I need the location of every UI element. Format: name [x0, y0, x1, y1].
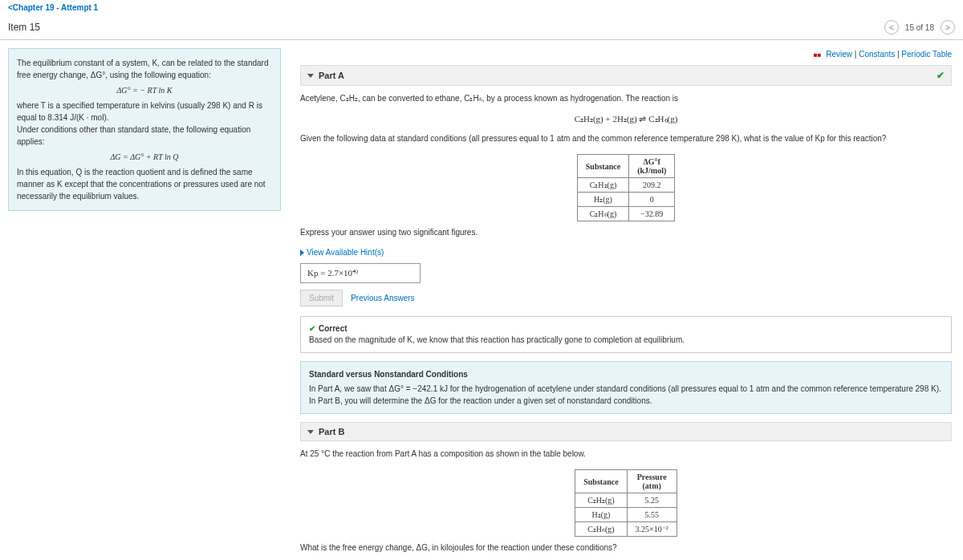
review-icon: ■■ — [814, 51, 822, 59]
fb-a-body: Based on the magnitude of K, we know tha… — [309, 335, 943, 346]
part-a-hint-link[interactable]: View Available Hint(s) — [300, 245, 384, 260]
item-header: Item 15 < 15 of 18 > — [0, 15, 963, 40]
side-p4: In this equation, Q is the reaction quot… — [17, 166, 272, 202]
part-a-reaction: C₂H₂(g) + 2H₂(g) ⇌ C₂H₆(g) — [300, 111, 952, 131]
pa-r1b: 209.2 — [629, 178, 675, 193]
pa-r3b: −32.89 — [629, 207, 675, 221]
pager-text: 15 of 18 — [905, 23, 934, 32]
resource-links: ■■ Review | Constants | Periodic Table — [300, 48, 952, 65]
constants-link[interactable]: Constants — [859, 50, 895, 59]
periodic-link[interactable]: Periodic Table — [901, 50, 952, 59]
fb-a-title: Correct — [319, 324, 347, 333]
prev-item-button[interactable]: < — [884, 20, 899, 34]
pb-r2b: 5.55 — [627, 508, 677, 522]
breadcrumb[interactable]: <Chapter 19 - Attempt 1 — [0, 0, 963, 15]
part-b-header[interactable]: Part B — [300, 422, 952, 441]
mid-title: Standard versus Nonstandard Conditions — [309, 368, 943, 380]
caret-down-icon — [307, 74, 314, 78]
pb-r1a: C₂H₂(g) — [575, 493, 627, 508]
pa-th1: Substance — [577, 155, 628, 178]
part-a-submit-button: Submit — [300, 290, 343, 306]
part-a-header[interactable]: Part A ✔ — [300, 65, 952, 86]
side-p3: Under conditions other than standard sta… — [17, 124, 272, 148]
check-icon: ✔ — [309, 324, 315, 333]
mid-body: In Part A, we saw that ΔG° = −242.1 kJ f… — [309, 383, 943, 407]
next-item-button[interactable]: > — [941, 20, 955, 34]
pb-r2a: H₂(g) — [575, 508, 627, 522]
part-a-line1: Acetylene, C₂H₂, can be converted to eth… — [300, 91, 952, 111]
pb-r1b: 5.25 — [627, 493, 677, 508]
pb-r3a: C₂H₆(g) — [575, 522, 627, 537]
pa-th2: ΔG°f (kJ/mol) — [629, 155, 675, 178]
item-label: Item 15 — [8, 22, 40, 33]
pa-r1a: C₂H₂(g) — [577, 178, 628, 193]
part-b-intro: At 25 °C the reaction from Part A has a … — [300, 446, 952, 466]
part-a-table: SubstanceΔG°f (kJ/mol) C₂H₂(g)209.2 H₂(g… — [577, 154, 675, 221]
part-a-answer: Kp = 2.7×10⁴² — [300, 263, 421, 283]
part-a-line2: Given the following data at standard con… — [300, 131, 952, 151]
pb-r3b: 3.25×10⁻² — [627, 522, 677, 537]
mid-info-band: Standard versus Nonstandard Conditions I… — [300, 361, 952, 414]
part-a-feedback: ✔Correct Based on the magnitude of K, we… — [300, 316, 952, 353]
caret-down-icon — [307, 430, 314, 434]
part-a-check-icon: ✔ — [937, 70, 945, 81]
pa-r3a: C₂H₆(g) — [577, 207, 628, 221]
pb-th2: Pressure (atm) — [627, 470, 677, 493]
part-a-prev-answers-link[interactable]: Previous Answers — [351, 294, 414, 302]
part-b-title: Part B — [319, 427, 344, 436]
side-eq1: ΔG° = − RT ln K — [17, 81, 272, 99]
pa-r2b: 0 — [629, 193, 675, 207]
triangle-icon — [300, 250, 304, 256]
pa-r2a: H₂(g) — [577, 193, 628, 207]
review-link[interactable]: Review — [826, 50, 852, 59]
side-eq2: ΔG = ΔG° + RT ln Q — [17, 148, 272, 166]
part-a-title: Part A — [319, 71, 344, 80]
side-p2: where T is a specified temperature in ke… — [17, 99, 272, 124]
part-b-question: What is the free energy change, ΔG, in k… — [300, 540, 952, 560]
part-a-express: Express your answer using two significan… — [300, 225, 952, 245]
part-b-table: SubstancePressure (atm) C₂H₂(g)5.25 H₂(g… — [575, 469, 677, 537]
info-sidebox: The equilibrium constant of a system, K,… — [8, 48, 281, 211]
side-p1: The equilibrium constant of a system, K,… — [17, 57, 272, 81]
pb-th1: Substance — [575, 470, 627, 493]
